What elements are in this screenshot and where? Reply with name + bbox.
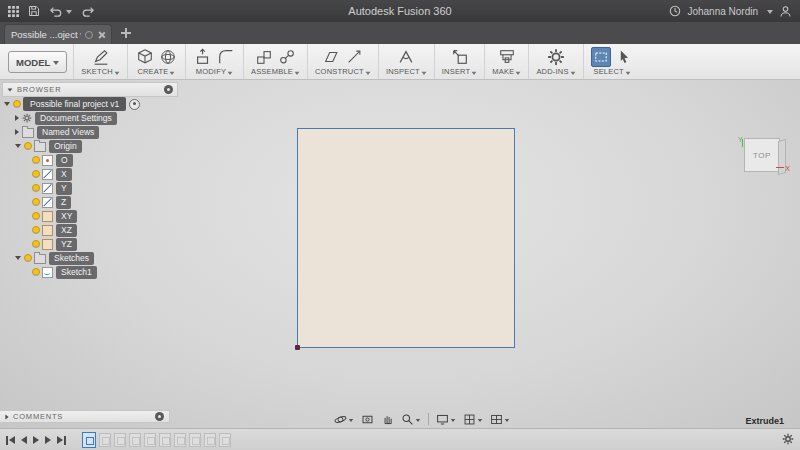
select-cursor-icon[interactable]: [614, 47, 634, 67]
collapse-arrow-icon[interactable]: [8, 88, 13, 91]
add-ins-gear-icon[interactable]: [546, 47, 566, 67]
timeline-item[interactable]: [99, 433, 111, 447]
browser-item-document-settings[interactable]: Document Settings: [2, 111, 178, 125]
lightbulb-icon[interactable]: [32, 240, 39, 248]
measure-icon[interactable]: [396, 47, 416, 67]
browser-item-xz-plane[interactable]: XZ: [2, 223, 178, 237]
lightbulb-icon[interactable]: [32, 268, 39, 276]
lightbulb-icon[interactable]: [13, 100, 20, 108]
viewports-icon[interactable]: [490, 413, 510, 426]
new-component-icon[interactable]: [254, 47, 274, 67]
toolbar-group-addins-label[interactable]: ADD-INS: [536, 67, 575, 77]
clock-icon[interactable]: [669, 5, 681, 17]
timeline-settings-gear-icon[interactable]: [782, 433, 794, 445]
new-tab-button[interactable]: [120, 27, 132, 39]
activate-component-radio[interactable]: [129, 99, 140, 110]
display-settings-icon[interactable]: [436, 413, 456, 426]
workspace-selector[interactable]: MODEL: [8, 51, 67, 73]
insert-icon[interactable]: [450, 47, 470, 67]
construction-plane-icon[interactable]: [321, 47, 341, 67]
timeline-item-sketch[interactable]: [82, 432, 96, 448]
browser-root-item[interactable]: Possible final project v1: [2, 97, 178, 111]
construction-axis-icon[interactable]: [344, 47, 364, 67]
browser-header[interactable]: BROWSER: [2, 82, 178, 97]
toolbar-group-select-label[interactable]: SELECT: [593, 67, 630, 77]
browser-root-label[interactable]: Possible final project v1: [23, 97, 126, 111]
lightbulb-icon[interactable]: [32, 170, 39, 178]
pan-hand-icon[interactable]: [381, 413, 394, 426]
timeline-item[interactable]: [204, 433, 216, 447]
toolbar-group-sketch-label[interactable]: SKETCH: [81, 67, 120, 77]
user-avatar-icon[interactable]: [779, 5, 792, 18]
app-grid-icon[interactable]: [8, 6, 19, 17]
document-tab[interactable]: Possible ...oject v1*: [4, 24, 112, 44]
sketch-profile[interactable]: [297, 128, 515, 348]
expand-arrow-icon[interactable]: [4, 102, 10, 106]
timeline-item[interactable]: [159, 433, 171, 447]
expand-arrow-icon[interactable]: [15, 115, 19, 121]
timeline-item[interactable]: [114, 433, 126, 447]
step-forward-button[interactable]: [45, 436, 51, 444]
toolbar-group-modify-label[interactable]: MODIFY: [196, 67, 233, 77]
toolbar-group-inspect-label[interactable]: INSPECT: [386, 67, 427, 77]
browser-item-x-axis[interactable]: X: [2, 167, 178, 181]
browser-item-named-views[interactable]: Named Views: [2, 125, 178, 139]
browser-options-button[interactable]: [164, 85, 173, 94]
browser-item-y-axis[interactable]: Y: [2, 181, 178, 195]
browser-item-z-axis[interactable]: Z: [2, 195, 178, 209]
create-sphere-icon[interactable]: [158, 47, 178, 67]
lightbulb-icon[interactable]: [32, 198, 39, 206]
look-at-icon[interactable]: [361, 413, 374, 426]
toolbar-group-create-label[interactable]: CREATE: [137, 67, 175, 77]
timeline-item[interactable]: [189, 433, 201, 447]
sketch-origin-point[interactable]: [295, 345, 300, 350]
undo-icon[interactable]: [49, 5, 72, 17]
toolbar-group-construct-label[interactable]: CONSTRUCT: [315, 67, 371, 77]
browser-item-sketches[interactable]: Sketches: [2, 251, 178, 265]
browser-item-sketch1[interactable]: Sketch1: [2, 265, 178, 279]
zoom-icon[interactable]: [401, 413, 421, 426]
modeling-canvas[interactable]: BROWSER Possible final project v1 Docume…: [0, 80, 800, 428]
skip-to-start-button[interactable]: [6, 436, 15, 445]
sketch-icon[interactable]: [91, 47, 111, 67]
toolbar-group-assemble-label[interactable]: ASSEMBLE: [251, 67, 300, 77]
step-back-button[interactable]: [21, 436, 27, 444]
lightbulb-icon[interactable]: [32, 226, 39, 234]
make-3d-print-icon[interactable]: [497, 47, 517, 67]
view-cube[interactable]: Y TOP X: [738, 136, 790, 182]
browser-item-yz-plane[interactable]: YZ: [2, 237, 178, 251]
timeline-item[interactable]: [174, 433, 186, 447]
joint-icon[interactable]: [277, 47, 297, 67]
expand-arrow-icon[interactable]: [15, 256, 21, 260]
toolbar-group-make-label[interactable]: MAKE: [492, 67, 521, 77]
press-pull-icon[interactable]: [193, 47, 213, 67]
lightbulb-icon[interactable]: [24, 142, 31, 150]
chevron-down-icon[interactable]: [66, 10, 72, 17]
save-icon[interactable]: [28, 5, 40, 17]
orbit-icon[interactable]: [334, 413, 354, 426]
browser-item-origin-point[interactable]: O: [2, 153, 178, 167]
close-tab-icon[interactable]: [97, 31, 105, 39]
grid-snaps-icon[interactable]: [463, 413, 483, 426]
comments-panel[interactable]: COMMENTS: [0, 410, 170, 423]
browser-item-origin[interactable]: Origin: [2, 139, 178, 153]
lightbulb-icon[interactable]: [24, 254, 31, 262]
play-button[interactable]: [33, 436, 39, 444]
timeline-item[interactable]: [219, 433, 231, 447]
timeline-item[interactable]: [144, 433, 156, 447]
create-box-icon[interactable]: [135, 47, 155, 67]
expand-arrow-icon[interactable]: [15, 129, 19, 135]
lightbulb-icon[interactable]: [32, 212, 39, 220]
redo-icon[interactable]: [81, 5, 95, 17]
chevron-down-icon[interactable]: [767, 10, 773, 17]
browser-item-xy-plane[interactable]: XY: [2, 209, 178, 223]
timeline-item[interactable]: [129, 433, 141, 447]
user-name[interactable]: Johanna Nordin: [687, 6, 758, 17]
comments-options-button[interactable]: [155, 412, 164, 421]
toolbar-group-insert-label[interactable]: INSERT: [442, 67, 478, 77]
expand-arrow-icon[interactable]: [15, 144, 21, 148]
skip-to-end-button[interactable]: [57, 436, 66, 445]
expand-arrow-icon[interactable]: [5, 414, 8, 419]
lightbulb-icon[interactable]: [32, 156, 39, 164]
lightbulb-icon[interactable]: [32, 184, 39, 192]
